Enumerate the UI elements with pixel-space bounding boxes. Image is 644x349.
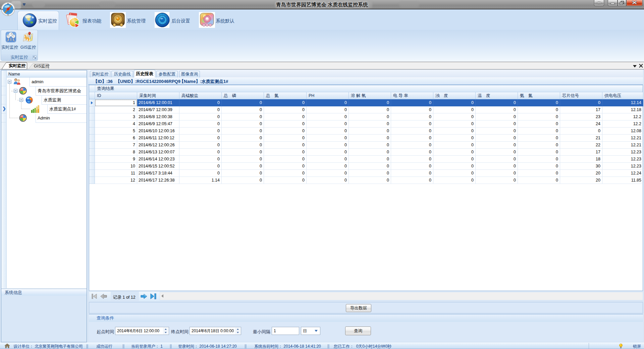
svg-text:N: N xyxy=(7,3,9,5)
svg-text:E: E xyxy=(13,8,14,10)
svg-text:W: W xyxy=(1,8,3,10)
svg-text:S: S xyxy=(7,14,9,16)
